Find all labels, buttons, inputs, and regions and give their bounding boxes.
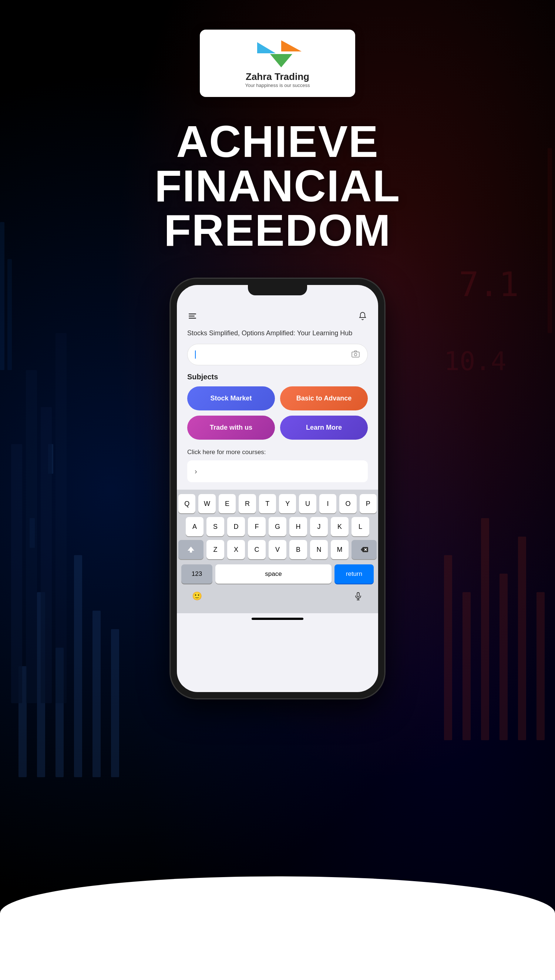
- key-p[interactable]: P: [359, 494, 377, 513]
- logo-text-block: Zahra Trading Your happiness is our succ…: [245, 71, 310, 88]
- phone-inner: Stocks Simplified, Options Amplified: Yo…: [177, 285, 378, 692]
- key-m[interactable]: M: [331, 540, 348, 559]
- svg-marker-24: [257, 42, 276, 53]
- key-u[interactable]: U: [299, 494, 316, 513]
- key-r[interactable]: R: [239, 494, 256, 513]
- home-bar: [252, 618, 303, 620]
- svg-rect-29: [352, 352, 359, 357]
- keyboard: Q W E R T Y U I O P: [177, 490, 378, 613]
- subject-btn-learn-more[interactable]: Learn More: [280, 415, 368, 439]
- svg-rect-34: [357, 592, 359, 597]
- keyboard-row-1: Q W E R T Y U I O P: [178, 494, 377, 513]
- subject-btn-basic-advance[interactable]: Basic to Advance: [280, 387, 368, 411]
- keyboard-row-3: Z X C V B N M: [178, 540, 377, 559]
- key-l[interactable]: L: [351, 517, 369, 536]
- key-x[interactable]: X: [227, 540, 245, 559]
- keyboard-row-2: A S D F G H J K L: [178, 517, 377, 536]
- key-c[interactable]: C: [248, 540, 266, 559]
- svg-marker-31: [188, 547, 194, 553]
- svg-marker-25: [270, 54, 292, 67]
- svg-rect-28: [189, 318, 196, 319]
- emoji-icon[interactable]: 🙂: [189, 588, 205, 605]
- hero-line1: ACHIEVE: [176, 117, 379, 166]
- phone-container: Stocks Simplified, Options Amplified: Yo…: [170, 278, 385, 699]
- chevron-right-icon: ›: [195, 467, 197, 476]
- key-d[interactable]: D: [227, 517, 245, 536]
- key-g[interactable]: G: [269, 517, 286, 536]
- hero-line3: FREEDOM: [164, 205, 391, 255]
- search-bar[interactable]: [187, 344, 368, 365]
- more-courses-label: Click here for more courses:: [177, 449, 378, 460]
- subjects-grid: Stock Market Basic to Advance Trade with…: [177, 387, 378, 449]
- key-f[interactable]: F: [248, 517, 266, 536]
- phone-notch: [248, 285, 307, 295]
- key-e[interactable]: E: [219, 494, 236, 513]
- key-a[interactable]: A: [186, 517, 204, 536]
- key-s[interactable]: S: [207, 517, 224, 536]
- logo-card: Zahra Trading Your happiness is our succ…: [200, 30, 355, 97]
- phone-wrapper: Stocks Simplified, Options Amplified: Yo…: [170, 278, 385, 699]
- key-delete[interactable]: [351, 540, 377, 559]
- key-i[interactable]: I: [319, 494, 336, 513]
- microphone-icon[interactable]: [350, 588, 366, 605]
- keyboard-extras: 🙂: [178, 588, 377, 610]
- app-subtitle: Stocks Simplified, Options Amplified: Yo…: [177, 329, 378, 344]
- key-j[interactable]: J: [310, 517, 328, 536]
- keyboard-bottom-row: 123 space return: [178, 563, 377, 588]
- key-z[interactable]: Z: [207, 540, 224, 559]
- page-content: Zahra Trading Your happiness is our succ…: [0, 0, 555, 699]
- app-topbar: [177, 303, 378, 329]
- hero-title: ACHIEVE FINANCIAL FREEDOM: [155, 119, 401, 252]
- key-shift[interactable]: [178, 540, 204, 559]
- phone-screen: Stocks Simplified, Options Amplified: Yo…: [177, 285, 378, 692]
- camera-icon: [351, 350, 360, 360]
- subject-btn-stock-market[interactable]: Stock Market: [187, 387, 275, 411]
- key-t[interactable]: T: [259, 494, 276, 513]
- key-k[interactable]: K: [331, 517, 348, 536]
- key-h[interactable]: H: [289, 517, 307, 536]
- key-return[interactable]: return: [334, 565, 374, 584]
- svg-rect-26: [189, 313, 196, 314]
- key-v[interactable]: V: [269, 540, 286, 559]
- logo-tagline: Your happiness is our success: [245, 83, 310, 88]
- logo-triangles: [255, 38, 300, 68]
- hero-line2: FINANCIAL: [155, 161, 401, 210]
- key-y[interactable]: Y: [279, 494, 296, 513]
- key-123[interactable]: 123: [181, 565, 212, 584]
- phone-outer: Stocks Simplified, Options Amplified: Yo…: [170, 278, 385, 699]
- svg-point-30: [354, 353, 357, 356]
- key-n[interactable]: N: [310, 540, 328, 559]
- key-b[interactable]: B: [289, 540, 307, 559]
- more-courses-row[interactable]: ›: [187, 460, 368, 482]
- svg-rect-27: [189, 316, 195, 317]
- logo-name: Zahra Trading: [245, 71, 310, 83]
- key-w[interactable]: W: [198, 494, 215, 513]
- phone-home-bar: [177, 613, 378, 627]
- subject-btn-trade-with-us[interactable]: Trade with us: [187, 415, 275, 439]
- bottom-wave: [0, 876, 555, 980]
- search-cursor: [195, 350, 196, 359]
- key-q[interactable]: Q: [178, 494, 196, 513]
- bell-icon[interactable]: [358, 311, 368, 323]
- subjects-label: Subjects: [177, 373, 378, 387]
- key-space[interactable]: space: [215, 565, 332, 584]
- key-o[interactable]: O: [339, 494, 356, 513]
- svg-marker-23: [281, 40, 302, 51]
- hamburger-icon[interactable]: [187, 311, 197, 323]
